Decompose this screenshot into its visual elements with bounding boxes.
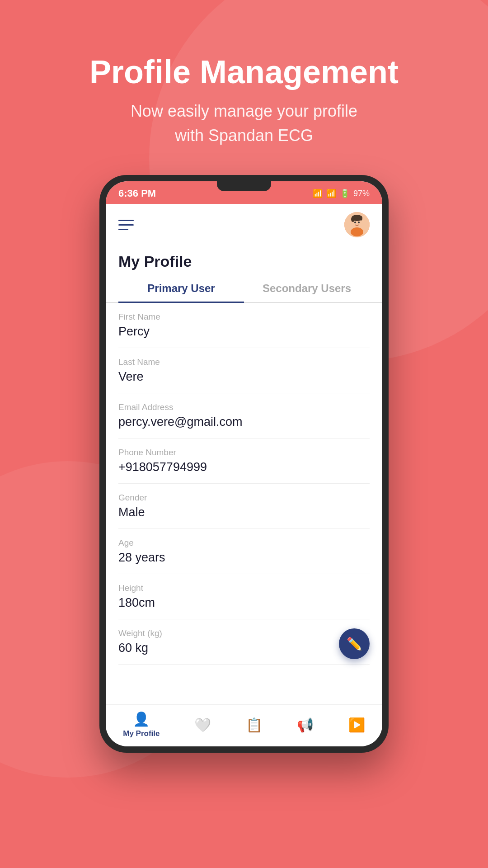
height-label: Height xyxy=(118,583,370,593)
field-first-name: First Name Percy xyxy=(118,303,370,348)
menu-button[interactable] xyxy=(118,220,134,230)
svg-point-3 xyxy=(351,217,355,222)
avatar[interactable] xyxy=(344,212,370,237)
phone-mockup: 6:36 PM 📶 📶 🔋 97% xyxy=(99,175,389,753)
bottom-nav: 👤 My Profile 🤍 📋 📢 ▶️ xyxy=(106,704,382,746)
tabs: Primary User Secondary Users xyxy=(106,275,382,303)
email-label: Email Address xyxy=(118,402,370,412)
phone-screen: 6:36 PM 📶 📶 🔋 97% xyxy=(106,181,382,746)
first-name-label: First Name xyxy=(118,312,370,322)
field-weight: Weight (kg) 60 kg xyxy=(118,619,370,665)
age-value: 28 years xyxy=(118,551,370,565)
field-email: Email Address percy.vere@gmail.com xyxy=(118,393,370,439)
field-gender: Gender Male xyxy=(118,484,370,529)
nav-play[interactable]: ▶️ xyxy=(348,717,365,733)
field-height: Height 180cm xyxy=(118,574,370,619)
edit-icon: ✏️ xyxy=(347,637,362,651)
page-subheading: Now easily manage your profile with Span… xyxy=(0,99,488,148)
status-icons: 📶 📶 🔋 97% xyxy=(313,189,370,198)
person-icon: 👤 xyxy=(133,711,150,727)
nav-notifications[interactable]: 📢 xyxy=(297,717,314,733)
phone-label: Phone Number xyxy=(118,448,370,458)
app-header xyxy=(106,204,382,245)
gender-value: Male xyxy=(118,505,370,519)
height-value: 180cm xyxy=(118,596,370,610)
weight-value: 60 kg xyxy=(118,641,370,655)
nav-my-profile[interactable]: 👤 My Profile xyxy=(123,711,160,738)
bell-icon: 📢 xyxy=(297,717,314,733)
gender-label: Gender xyxy=(118,493,370,503)
profile-fields: First Name Percy Last Name Vere Email Ad… xyxy=(106,303,382,704)
first-name-value: Percy xyxy=(118,325,370,339)
nav-records[interactable]: 📋 xyxy=(246,717,263,733)
last-name-label: Last Name xyxy=(118,357,370,367)
battery-level: 97% xyxy=(353,189,370,198)
heart-icon: 🤍 xyxy=(194,717,211,733)
svg-point-4 xyxy=(360,216,362,221)
age-label: Age xyxy=(118,538,370,548)
page-heading: Profile Management xyxy=(0,54,488,90)
svg-point-5 xyxy=(351,227,363,236)
nav-my-profile-label: My Profile xyxy=(123,729,160,738)
page-title: My Profile xyxy=(118,253,370,270)
records-icon: 📋 xyxy=(246,717,263,733)
field-phone: Phone Number +918057794999 xyxy=(118,439,370,484)
phone-value: +918057794999 xyxy=(118,460,370,474)
tab-primary-user[interactable]: Primary User xyxy=(118,275,244,302)
email-value: percy.vere@gmail.com xyxy=(118,415,370,429)
edit-fab-button[interactable]: ✏️ xyxy=(339,628,370,659)
field-age: Age 28 years xyxy=(118,529,370,574)
svg-point-7 xyxy=(358,222,360,223)
tab-secondary-users[interactable]: Secondary Users xyxy=(244,275,370,302)
nav-heart[interactable]: 🤍 xyxy=(194,717,211,733)
status-time: 6:36 PM xyxy=(118,188,156,199)
play-icon: ▶️ xyxy=(348,717,365,733)
last-name-value: Vere xyxy=(118,370,370,384)
field-last-name: Last Name Vere xyxy=(118,348,370,393)
weight-label: Weight (kg) xyxy=(118,628,370,638)
svg-point-6 xyxy=(354,222,356,223)
